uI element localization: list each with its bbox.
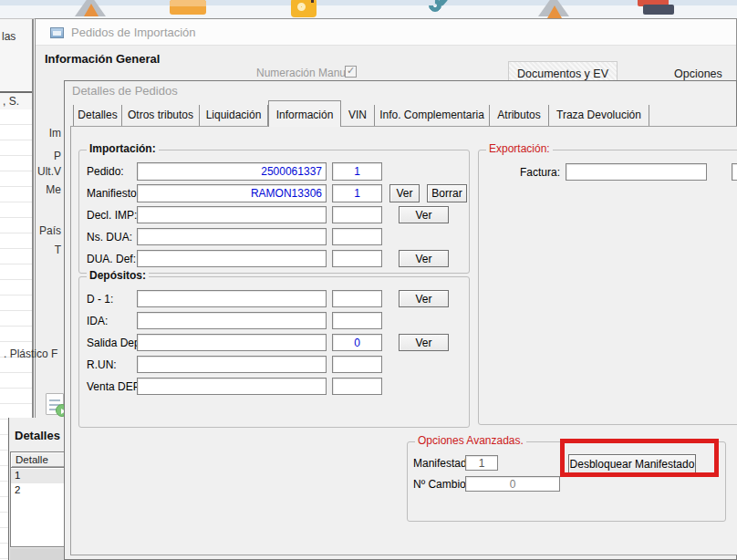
- detalle-grid-scrollbar[interactable]: [10, 548, 68, 560]
- exportacion-caption: Exportación:: [486, 142, 553, 155]
- detalle-column-header[interactable]: Detalle: [11, 452, 67, 468]
- volcano-icon[interactable]: [536, 0, 573, 19]
- partial-label-pais: País: [5, 224, 61, 237]
- detalle-row-2[interactable]: 2: [11, 483, 67, 498]
- opciones-avanzadas-caption: Opciones Avanzadas.: [415, 434, 526, 447]
- decl-imp-num-input[interactable]: [332, 206, 382, 223]
- dua-def-input[interactable]: [137, 250, 327, 267]
- detalles-de-pedidos-dialog: Detalles de Pedidos Detalles Otros tribu…: [64, 80, 737, 560]
- venta-dep-input[interactable]: [137, 378, 327, 395]
- ns-dua-num-input[interactable]: [332, 228, 382, 245]
- partial-label-me: Me: [5, 183, 61, 196]
- tab-atributos[interactable]: Atributos: [490, 105, 549, 126]
- depositos-caption: Depósitos:: [87, 269, 149, 282]
- pedido-label: Pedido:: [87, 165, 124, 178]
- detalles-heading: Detalles: [15, 429, 60, 442]
- n-cambio-input[interactable]: [465, 476, 560, 492]
- salida-dep-label: Salida Dep:: [87, 337, 143, 349]
- manifiesto-input[interactable]: [137, 184, 327, 202]
- tab-vin[interactable]: VIN: [341, 105, 375, 126]
- venta-dep-num-input[interactable]: [332, 378, 382, 395]
- camera-dot: [311, 0, 314, 3]
- ver-d1-button[interactable]: Ver: [399, 290, 449, 307]
- depositos-groupbox: Depósitos: D - 1: Ver IDA: Salida Dep: V…: [78, 276, 470, 428]
- n-cambio-label: Nº Cambio:: [413, 478, 469, 491]
- ver-decl-imp-button[interactable]: Ver: [399, 206, 449, 223]
- factura-num-input[interactable]: [732, 163, 737, 181]
- partial-label-im: Im: [5, 127, 61, 140]
- partial-label-p: P: [5, 150, 61, 162]
- borrar-manifiesto-button[interactable]: Borrar: [427, 184, 467, 202]
- detalle-grid: Detalle 1 2: [10, 451, 68, 547]
- ida-num-input[interactable]: [332, 312, 382, 329]
- tab-liquidacion[interactable]: Liquidación: [200, 105, 268, 126]
- camera-lens: [297, 3, 306, 11]
- importacion-caption: Importación:: [87, 142, 159, 155]
- ida-input[interactable]: [137, 312, 327, 329]
- tab-informacion[interactable]: Información: [268, 100, 341, 127]
- ns-dua-label: Ns. DUA:: [87, 231, 132, 244]
- decl-imp-input[interactable]: [137, 206, 327, 223]
- mountain-core-shape: [84, 4, 99, 16]
- app-toolbar: [0, 0, 737, 19]
- exportacion-groupbox: Exportación: Factura:: [478, 150, 737, 425]
- run-label: R.UN:: [87, 358, 117, 371]
- venta-dep-label: Venta DEP:: [87, 380, 143, 393]
- manifiesto-num-input[interactable]: [332, 184, 382, 202]
- dialog-title: Detalles de Pedidos: [72, 84, 178, 98]
- partial-label-ultv: Ult.V: [5, 165, 61, 178]
- ver-manifiesto-button[interactable]: Ver: [389, 184, 420, 202]
- run-input[interactable]: [137, 356, 327, 373]
- divider: [0, 91, 32, 93]
- tab-detalles[interactable]: Detalles: [73, 105, 122, 126]
- numeracion-manual-checkbox[interactable]: [345, 66, 357, 78]
- pedido-input[interactable]: [137, 162, 327, 181]
- briefcase-orange-icon[interactable]: [170, 0, 206, 19]
- d1-input[interactable]: [137, 290, 327, 307]
- pedido-num-input[interactable]: [332, 162, 382, 181]
- plastico-fragment: . Plástico F: [4, 347, 57, 360]
- briefcase-red-icon[interactable]: [636, 0, 672, 19]
- salida-dep-input[interactable]: [137, 334, 327, 351]
- wrench-icon[interactable]: [423, 0, 460, 19]
- screenshot-root: las , S. Pedidos de Importación Informac…: [0, 0, 737, 560]
- section-heading: Información General: [45, 52, 160, 66]
- desbloquear-manifestado-button[interactable]: Desbloquear Manifestado: [568, 454, 696, 474]
- ns-dua-input[interactable]: [137, 228, 327, 245]
- partial-label-t: T: [5, 244, 61, 256]
- window-title: Pedidos de Importación: [71, 19, 196, 46]
- window-titlebar[interactable]: Pedidos de Importación: [36, 19, 736, 46]
- tab-otros-tributos[interactable]: Otros tributos: [122, 105, 200, 126]
- ver-salida-dep-button[interactable]: Ver: [399, 334, 449, 351]
- factura-label: Factura:: [496, 166, 560, 179]
- briefcase-lid: [170, 0, 206, 6]
- opciones-avanzadas-groupbox: Opciones Avanzadas. Manifestado: Nº Camb…: [407, 441, 726, 522]
- opciones-label[interactable]: Opciones: [674, 67, 722, 80]
- manifestado-input[interactable]: [465, 455, 498, 471]
- detalles-panel: Detalles Detalle 1 2: [8, 418, 71, 560]
- detalle-row-1[interactable]: 1: [11, 469, 67, 483]
- d1-label: D - 1:: [87, 293, 113, 306]
- tab-info-complementaria[interactable]: Info. Complementaria: [375, 105, 490, 126]
- ida-label: IDA:: [87, 315, 108, 327]
- salida-dep-num-input[interactable]: [332, 334, 382, 351]
- left-header-fragment: , S.: [3, 95, 19, 108]
- importacion-groupbox: Importación: Pedido: Manifiesto: Ver Bor…: [78, 150, 470, 274]
- run-num-input[interactable]: [332, 356, 382, 373]
- dua-def-num-input[interactable]: [332, 250, 382, 267]
- window-icon: [50, 27, 64, 38]
- ver-dua-def-button[interactable]: Ver: [399, 250, 449, 267]
- manifiesto-label: Manifiesto:: [87, 187, 140, 200]
- decl-imp-label: Decl. IMP:: [87, 209, 137, 222]
- mountain-icon[interactable]: [73, 0, 109, 19]
- numeracion-manual-label: Numeración Manual: [256, 67, 354, 79]
- factura-input[interactable]: [566, 163, 707, 181]
- d1-num-input[interactable]: [332, 290, 382, 307]
- tab-traza-devolucion[interactable]: Traza Devolución: [549, 105, 649, 126]
- briefcase-red-bottom: [643, 5, 674, 15]
- volcano-core-shape: [547, 5, 562, 18]
- left-text-fragment: las: [2, 30, 16, 43]
- dua-def-label: DUA. Def:: [87, 253, 136, 265]
- camera-icon[interactable]: [287, 0, 324, 19]
